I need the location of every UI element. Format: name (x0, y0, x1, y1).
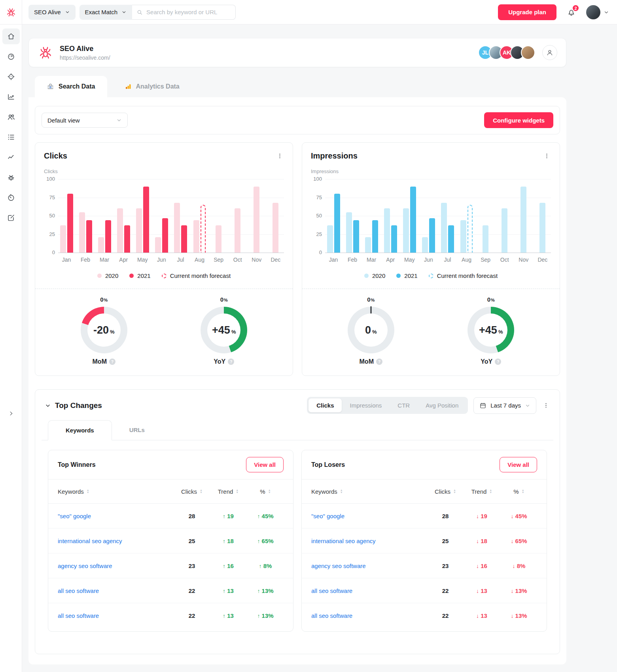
gauge-zero-tick (370, 306, 371, 313)
top-winners-table: Top Winners View all Keywords▲▼Clicks▲▼T… (48, 450, 293, 632)
sidebar-item-home[interactable] (2, 28, 20, 44)
divider (302, 289, 560, 289)
avatar (521, 45, 535, 60)
clicks-value: 23 (174, 563, 209, 569)
sidebar-item-trend[interactable] (2, 89, 20, 105)
keyword-link[interactable]: all seo software (58, 612, 174, 619)
keyword-link[interactable]: "seo" google (311, 513, 428, 519)
x-tick-label: Jun (422, 257, 435, 263)
view-selector[interactable]: Default view (42, 113, 128, 128)
x-tick-label: Jun (155, 257, 168, 263)
match-type-selector[interactable]: Exact Match (79, 5, 132, 20)
gauges-row: 0%0%MoM ?0%+45%YoY ? (311, 296, 551, 365)
sidebar-item-list[interactable] (2, 129, 20, 145)
sidebar-item-edit[interactable] (2, 210, 20, 226)
widget-menu-button[interactable] (276, 152, 284, 160)
legend-item: 2021 (396, 272, 417, 279)
view-all-button[interactable]: View all (500, 457, 537, 472)
keyword-link[interactable]: agency seo software (311, 563, 428, 569)
user-menu[interactable] (586, 5, 609, 19)
top-losers-table: Top Losers View all Keywords▲▼Clicks▲▼Tr… (301, 450, 547, 632)
keyword-link[interactable]: international seo agency (311, 538, 428, 544)
column-header-keywords[interactable]: Keywords▲▼ (311, 488, 428, 495)
x-tick-label: Oct (498, 257, 511, 263)
column-header-trend[interactable]: Trend▲▼ (209, 488, 247, 495)
keyword-link[interactable]: agency seo software (58, 563, 174, 569)
sidebar-item-target[interactable] (2, 69, 20, 85)
sidebar (0, 25, 22, 672)
column-header-percent[interactable]: %▲▼ (247, 488, 284, 495)
sidebar-expand-button[interactable] (8, 410, 15, 417)
view-all-button[interactable]: View all (246, 457, 284, 472)
x-tick-label: Dec (269, 257, 282, 263)
tab-analytics-data[interactable]: Analytics Data (113, 76, 191, 97)
list-icon (7, 133, 15, 142)
tab-keywords[interactable]: Keywords (48, 420, 112, 440)
tab-urls[interactable]: URLs (112, 420, 162, 440)
metric-tab-impressions[interactable]: Impressions (342, 398, 390, 412)
column-header-trend[interactable]: Trend▲▼ (463, 488, 501, 495)
metric-tab-avg-position[interactable]: Avg Position (418, 398, 466, 412)
info-icon[interactable]: ? (495, 359, 501, 365)
app-logo[interactable] (0, 0, 22, 25)
info-icon[interactable]: ? (376, 359, 382, 365)
x-tick-label: Mar (98, 257, 111, 263)
section-menu-button[interactable] (542, 401, 550, 410)
bar-2021 (448, 225, 454, 253)
sidebar-item-users[interactable] (2, 109, 20, 125)
tab-search-data[interactable]: Search Data (35, 76, 107, 97)
bar-2021 (410, 187, 416, 253)
notifications-button[interactable]: 2 (567, 8, 576, 17)
column-header-clicks[interactable]: Clicks▲▼ (174, 488, 209, 495)
gauge-value: +45% (207, 313, 240, 347)
legend-label: 2020 (105, 272, 118, 279)
keyword-link[interactable]: international seo agency (58, 538, 174, 544)
legend-swatch (97, 274, 102, 278)
keyword-link[interactable]: all seo software (311, 612, 428, 619)
legend-item: 2020 (97, 272, 118, 279)
topbar: SEO Alive Exact Match Upgrade plan (0, 0, 617, 25)
clicks-value: 22 (174, 612, 209, 619)
upgrade-plan-button[interactable]: Upgrade plan (498, 4, 556, 20)
sidebar-item-bug[interactable] (2, 170, 20, 185)
widget-title: Impressions (311, 151, 358, 160)
x-tick-label: Jan (60, 257, 73, 263)
percent-value: ↓ 13% (501, 612, 537, 619)
bar-2020 (441, 203, 447, 253)
keyword-link[interactable]: all seo software (311, 587, 428, 594)
x-tick-label: Apr (384, 257, 397, 263)
sidebar-item-activity[interactable] (2, 149, 20, 165)
bar-2020 (60, 225, 66, 253)
chevron-down-icon[interactable] (45, 402, 51, 409)
info-icon[interactable]: ? (228, 359, 234, 365)
manage-members-button[interactable] (542, 45, 557, 60)
bar-forecast (201, 205, 206, 253)
sidebar-item-timer[interactable] (2, 190, 20, 206)
sidebar-item-dashboard[interactable] (2, 49, 20, 64)
bar-2020 (235, 208, 240, 253)
table-row: agency seo software23↑ 16↑ 8% (48, 553, 293, 578)
column-header-percent[interactable]: %▲▼ (501, 488, 537, 495)
date-range-selector[interactable]: Last 7 days (473, 397, 536, 414)
column-header-clicks[interactable]: Clicks▲▼ (428, 488, 463, 495)
metric-tab-ctr[interactable]: CTR (390, 398, 418, 412)
project-selector[interactable]: SEO Alive (28, 5, 76, 20)
gauge-yoy: 0%+45%YoY ? (201, 296, 247, 365)
info-icon[interactable]: ? (109, 359, 115, 365)
metric-tab-clicks[interactable]: Clicks (308, 398, 342, 412)
clicks-value: 28 (428, 513, 463, 519)
bar-group (517, 187, 530, 253)
project-selector-label: SEO Alive (34, 9, 61, 15)
trend-value: ↓ 16 (463, 563, 501, 569)
widget-menu-button[interactable] (543, 152, 551, 160)
column-header-keywords[interactable]: Keywords▲▼ (58, 488, 174, 495)
search-input[interactable] (132, 5, 236, 20)
user-avatar (586, 5, 600, 19)
keyword-link[interactable]: "seo" google (58, 513, 174, 519)
keyword-link[interactable]: all seo software (58, 587, 174, 594)
bar-2020 (483, 225, 488, 253)
trend-value: ↑ 13 (209, 612, 247, 619)
trend-icon (7, 92, 15, 101)
bar-2021 (143, 187, 149, 253)
configure-widgets-button[interactable]: Configure widgets (484, 112, 553, 128)
